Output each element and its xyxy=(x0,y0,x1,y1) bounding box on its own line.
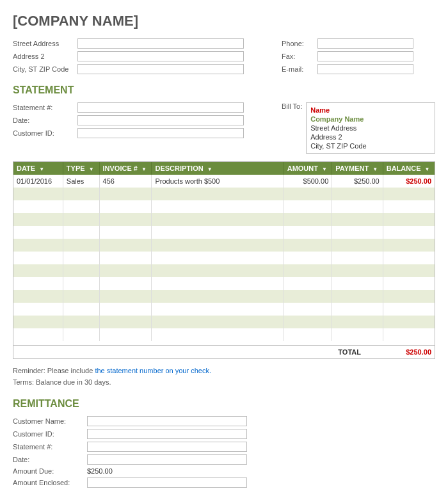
bill-to-company: Company Name xyxy=(310,115,431,124)
phone-input[interactable] xyxy=(317,38,413,49)
company-address-left: Street Address Address 2 City, ST ZIP Co… xyxy=(13,38,282,74)
cell-payment: $250.00 xyxy=(332,175,383,188)
fax-input[interactable] xyxy=(317,51,413,61)
date-sort-icon: ▼ xyxy=(39,166,44,172)
address2-input[interactable] xyxy=(77,51,244,61)
statement-num-input[interactable] xyxy=(77,102,244,113)
table-row: 01/01/2016Sales456Products worth $500$50… xyxy=(13,175,435,188)
cell-invoice: 456 xyxy=(99,175,152,188)
street-address-row: Street Address xyxy=(13,38,282,49)
cell-description xyxy=(152,290,284,303)
remittance-title: REMITTANCE xyxy=(13,398,435,410)
cell-payment xyxy=(332,303,383,316)
cell-type xyxy=(63,239,99,252)
data-table-wrapper: DATE ▼ TYPE ▼ INVOICE # ▼ DESCRIPTION ▼ … xyxy=(13,161,435,359)
cell-invoice xyxy=(99,188,152,200)
col-balance[interactable]: BALANCE ▼ xyxy=(383,162,435,175)
balance-sort-icon: ▼ xyxy=(425,166,430,172)
bill-to-section: Bill To: Name Company Name Street Addres… xyxy=(282,102,435,154)
remittance-input[interactable] xyxy=(87,442,247,452)
cell-amount xyxy=(284,264,332,277)
cell-type xyxy=(63,316,99,328)
table-row xyxy=(13,252,435,264)
reminder-link[interactable]: the statement number on your check. xyxy=(95,367,211,374)
statement-section: Statement #: Date: Customer ID: Bill To:… xyxy=(13,102,435,154)
email-row: E-mail: xyxy=(282,64,435,74)
cell-balance xyxy=(383,226,435,239)
cell-date xyxy=(13,264,63,277)
cell-type xyxy=(63,252,99,264)
cell-invoice xyxy=(99,200,152,213)
col-amount[interactable]: AMOUNT ▼ xyxy=(284,162,332,175)
cell-balance xyxy=(383,290,435,303)
remittance-row: Statement #: xyxy=(13,442,435,452)
remittance-field-label: Amount Due: xyxy=(13,467,83,475)
cell-amount xyxy=(284,303,332,316)
cell-amount xyxy=(284,316,332,328)
bill-to-label: Bill To: xyxy=(282,102,302,110)
cell-date xyxy=(13,226,63,239)
cell-balance xyxy=(383,264,435,277)
customer-id-row: Customer ID: xyxy=(13,128,282,138)
cell-description xyxy=(152,264,284,277)
table-row xyxy=(13,239,435,252)
table-row xyxy=(13,213,435,226)
cell-description xyxy=(152,277,284,290)
cell-invoice xyxy=(99,239,152,252)
bill-to-address2: Address 2 xyxy=(310,132,431,141)
cell-date xyxy=(13,303,63,316)
company-name: [COMPANY NAME] xyxy=(13,13,435,29)
cell-date xyxy=(13,188,63,200)
cell-type xyxy=(63,264,99,277)
city-input[interactable] xyxy=(77,64,244,74)
cell-invoice xyxy=(99,277,152,290)
cell-description xyxy=(152,200,284,213)
cell-date xyxy=(13,316,63,328)
cell-description xyxy=(152,188,284,200)
cell-amount: $500.00 xyxy=(284,175,332,188)
reminder-prefix: Reminder: Please include xyxy=(13,367,95,374)
table-row xyxy=(13,290,435,303)
cell-invoice xyxy=(99,213,152,226)
address-section: Street Address Address 2 City, ST ZIP Co… xyxy=(13,38,435,74)
cell-date xyxy=(13,213,63,226)
cell-type xyxy=(63,226,99,239)
col-type[interactable]: TYPE ▼ xyxy=(63,162,99,175)
col-invoice[interactable]: INVOICE # ▼ xyxy=(99,162,152,175)
cell-payment xyxy=(332,290,383,303)
payment-sort-icon: ▼ xyxy=(372,166,378,172)
email-input[interactable] xyxy=(317,64,413,74)
description-sort-icon: ▼ xyxy=(207,166,212,172)
date-row: Date: xyxy=(13,115,282,125)
street-address-input[interactable] xyxy=(77,38,244,49)
cell-description xyxy=(152,226,284,239)
remittance-row: Amount Enclosed: xyxy=(13,477,435,488)
date-input[interactable] xyxy=(77,115,244,125)
cell-amount xyxy=(284,252,332,264)
remittance-input[interactable] xyxy=(87,429,247,439)
remittance-row: Customer Name: xyxy=(13,416,435,426)
cell-date xyxy=(13,277,63,290)
customer-id-input[interactable] xyxy=(77,128,244,138)
remittance-input[interactable] xyxy=(87,477,247,488)
cell-payment xyxy=(332,277,383,290)
remittance-input[interactable] xyxy=(87,454,247,465)
col-payment[interactable]: PAYMENT ▼ xyxy=(332,162,383,175)
cell-type xyxy=(63,328,99,341)
reminder-line1: Reminder: Please include the statement n… xyxy=(13,365,435,377)
remittance-field-label: Date: xyxy=(13,456,83,463)
cell-date xyxy=(13,252,63,264)
cell-balance xyxy=(383,303,435,316)
remittance-row: Amount Due:$250.00 xyxy=(13,467,435,475)
remittance-row: Customer ID: xyxy=(13,429,435,439)
cell-type xyxy=(63,213,99,226)
remittance-section: REMITTANCE Customer Name:Customer ID:Sta… xyxy=(13,398,435,488)
bill-to-name: Name xyxy=(310,106,431,115)
col-date[interactable]: DATE ▼ xyxy=(13,162,63,175)
table-row xyxy=(13,264,435,277)
cell-type xyxy=(63,290,99,303)
data-table: DATE ▼ TYPE ▼ INVOICE # ▼ DESCRIPTION ▼ … xyxy=(13,162,435,341)
remittance-input[interactable] xyxy=(87,416,247,426)
cell-amount xyxy=(284,213,332,226)
col-description[interactable]: DESCRIPTION ▼ xyxy=(152,162,284,175)
